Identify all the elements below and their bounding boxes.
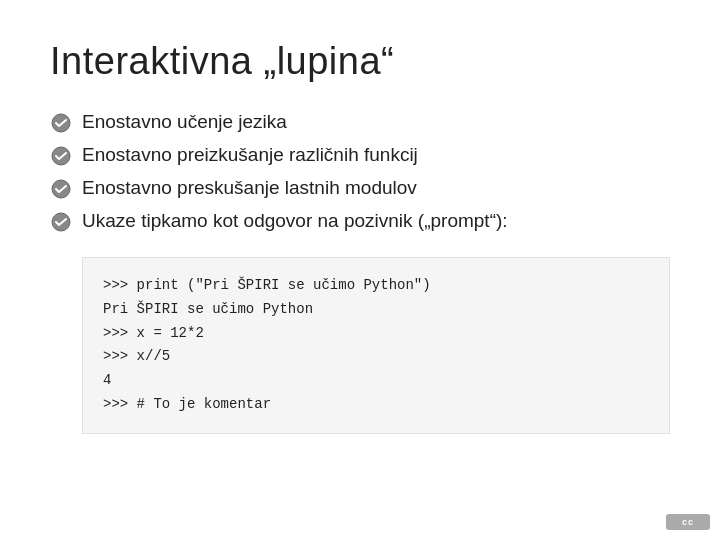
- bullet-icon-3: [50, 178, 72, 200]
- bullet-text-4: Ukaze tipkamo kot odgovor na pozivnik („…: [82, 210, 508, 232]
- bullet-text-1: Enostavno učenje jezika: [82, 111, 287, 133]
- code-line-1: >>> print ("Pri ŠPIRI se učimo Python"): [103, 274, 649, 298]
- bullet-item-1: Enostavno učenje jezika: [50, 111, 670, 134]
- bullet-icon-4: [50, 211, 72, 233]
- bullet-item-4: Ukaze tipkamo kot odgovor na pozivnik („…: [50, 210, 670, 233]
- bullet-text-2: Enostavno preizkušanje različnih funkcij: [82, 144, 418, 166]
- code-block: >>> print ("Pri ŠPIRI se učimo Python") …: [82, 257, 670, 434]
- bullet-icon-2: [50, 145, 72, 167]
- code-line-3: >>> x = 12*2: [103, 322, 649, 346]
- cc-license-badge: cc: [666, 514, 710, 530]
- code-line-2: Pri ŠPIRI se učimo Python: [103, 298, 649, 322]
- bullet-item-2: Enostavno preizkušanje različnih funkcij: [50, 144, 670, 167]
- code-line-5: 4: [103, 369, 649, 393]
- code-line-6: >>> # To je komentar: [103, 393, 649, 417]
- code-line-4: >>> x//5: [103, 345, 649, 369]
- bullet-icon-1: [50, 112, 72, 134]
- bullet-text-3: Enostavno preskušanje lastnih modulov: [82, 177, 417, 199]
- slide-title: Interaktivna „lupina“: [50, 40, 670, 83]
- cc-license-text: cc: [682, 517, 694, 527]
- slide: Interaktivna „lupina“ Enostavno učenje j…: [0, 0, 720, 540]
- bullet-item-3: Enostavno preskušanje lastnih modulov: [50, 177, 670, 200]
- bullet-list: Enostavno učenje jezika Enostavno preizk…: [50, 111, 670, 233]
